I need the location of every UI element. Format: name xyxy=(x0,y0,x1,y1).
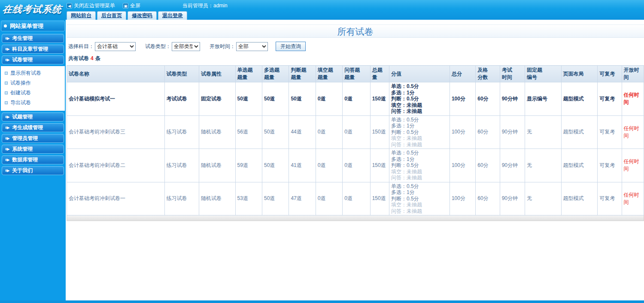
list-square-icon xyxy=(5,91,8,94)
cell-fill: 0道 xyxy=(316,182,342,215)
score-line: 问答：未抽题 xyxy=(391,108,448,115)
cell-judge: 41道 xyxy=(289,149,316,182)
menu-arrow-icon: ‖▶ xyxy=(5,58,9,62)
cell-judge: 47道 xyxy=(289,182,316,215)
cell-scores: 单选：0.5分多选：1分判断：0.5分填空：未抽题问答：未抽题 xyxy=(389,82,450,116)
cell-attr: 随机试卷 xyxy=(199,149,236,182)
paper-count: 4 xyxy=(91,55,94,61)
top-bar-links: ◀ 关闭左边管理菜单 ▣ 全屏 当前管理员：admin xyxy=(67,2,228,9)
subject-select[interactable]: 会计基础 xyxy=(95,42,136,51)
column-header-layout: 页面布局 xyxy=(561,66,598,82)
sidebar-item-label: 关于我们 xyxy=(12,167,33,174)
score-line: 填空：未抽题 xyxy=(391,102,448,109)
sidebar-item[interactable]: ‖▶科目及章节管理 xyxy=(2,45,64,54)
app-logo: 在线考试系统 xyxy=(2,3,67,16)
tab-网站前台[interactable]: 网站前台 xyxy=(67,11,96,20)
table-head: 试卷名称试卷类型试卷属性单选题 题量多选题 题量判断题 题量填空题 题量问答题 … xyxy=(67,66,644,82)
cell-multi: 50道 xyxy=(262,149,289,182)
summary-suffix: 条 xyxy=(95,55,100,61)
sidebar-item[interactable]: ‖▶考生管理 xyxy=(2,34,64,43)
submenu-item-label: 导出试卷 xyxy=(10,99,31,106)
sidebar-item[interactable]: ‖▶数据库管理 xyxy=(2,155,64,164)
page-title: 所有试卷 xyxy=(67,24,644,38)
menu-circle-icon xyxy=(4,24,7,27)
type-filter-label: 试卷类型： xyxy=(145,43,171,50)
sidebar-item[interactable]: ‖▶管理员管理 xyxy=(2,134,64,143)
table-row: 会计基础模拟考试一考试试卷固定试卷50道50道50道0道0道150道单选：0.5… xyxy=(67,82,644,116)
column-header-name: 试卷名称 xyxy=(67,66,165,82)
submenu-item[interactable]: 创建试卷 xyxy=(1,88,65,98)
cell-single: 56道 xyxy=(235,115,262,149)
close-left-menu-label: 关闭左边管理菜单 xyxy=(74,2,115,9)
search-button[interactable]: 开始查询 xyxy=(276,42,306,51)
sidebar-title-label: 网站菜单管理 xyxy=(10,22,43,30)
sidebar-item-label: 考生管理 xyxy=(12,35,33,42)
cell-multi: 50道 xyxy=(262,82,289,116)
cell-multi: 50道 xyxy=(262,115,289,149)
cell-layout: 题型模式 xyxy=(561,82,598,116)
sidebar-item[interactable]: ‖▶考生成绩管理 xyxy=(2,123,64,132)
top-tabs: 网站前台后台首页修改密码退出登录 xyxy=(67,11,187,20)
cell-name: 会计基础考前冲刺试卷二 xyxy=(67,149,165,182)
cell-retake: 可复考 xyxy=(598,182,622,215)
sidebar-item-label: 试题管理 xyxy=(12,113,33,121)
cell-qa: 0道 xyxy=(343,149,370,182)
cell-qa: 0道 xyxy=(343,82,370,116)
fullscreen-button[interactable]: ▣ 全屏 xyxy=(123,2,140,9)
sidebar-item-label: 科目及章节管理 xyxy=(12,45,48,53)
current-admin-label: 当前管理员：admin xyxy=(182,2,228,9)
score-line: 单选：0.5分 xyxy=(391,183,448,190)
cell-fill: 0道 xyxy=(316,149,342,182)
score-line: 问答：未抽题 xyxy=(391,175,448,181)
score-line: 填空：未抽题 xyxy=(391,135,448,142)
cell-pass_score: 60分 xyxy=(476,115,500,149)
sidebar-item-label: 试卷管理 xyxy=(12,56,33,64)
tab-后台首页[interactable]: 后台首页 xyxy=(97,11,126,20)
cell-total_score: 100分 xyxy=(450,82,475,116)
tab-修改密码[interactable]: 修改密码 xyxy=(128,11,157,20)
sidebar-item[interactable]: ‖▶关于我们 xyxy=(2,166,64,175)
sidebar-item-label: 系统管理 xyxy=(12,145,33,153)
cell-scores: 单选：0.5分多选：1分判断：0.5分填空：未抽题问答：未抽题 xyxy=(389,149,450,182)
menu-arrow-icon: ‖▶ xyxy=(5,169,9,173)
sidebar-item-label: 管理员管理 xyxy=(12,135,38,142)
cell-name: 会计基础考前冲刺试卷三 xyxy=(67,115,165,149)
cell-total_score: 100分 xyxy=(450,149,475,182)
fullscreen-icon: ▣ xyxy=(123,3,128,9)
cell-fixed_no: 无 xyxy=(525,149,562,182)
menu-arrow-icon: ‖▶ xyxy=(5,48,9,51)
cell-attr: 随机试卷 xyxy=(199,182,236,215)
submenu-item-label: 显示所有试卷 xyxy=(10,70,41,77)
submenu-item[interactable]: 试卷操作 xyxy=(1,78,65,88)
sidebar-item[interactable]: ‖▶试题管理 xyxy=(2,112,64,121)
cell-qa: 0道 xyxy=(343,182,370,215)
column-header-total_score: 总分 xyxy=(450,66,475,82)
cell-fixed_no: 无 xyxy=(525,182,562,215)
score-line: 单选：0.5分 xyxy=(391,150,448,156)
close-left-menu-button[interactable]: ◀ 关闭左边管理菜单 xyxy=(67,2,115,9)
cell-type: 考试试卷 xyxy=(164,82,199,116)
score-line: 问答：未抽题 xyxy=(391,208,448,215)
list-square-icon xyxy=(5,82,8,85)
sidebar-menu: ‖▶考生管理‖▶科目及章节管理‖▶试卷管理显示所有试卷试卷操作创建试卷导出试卷‖… xyxy=(1,34,65,175)
tab-退出登录[interactable]: 退出登录 xyxy=(158,11,187,20)
list-square-icon xyxy=(5,101,8,104)
paper-type-select[interactable]: 全部类型 xyxy=(172,42,200,51)
submenu-item[interactable]: 导出试卷 xyxy=(1,98,65,108)
score-line: 多选：1分 xyxy=(391,189,448,196)
open-time-select[interactable]: 全部 xyxy=(236,42,268,51)
sidebar-submenu: 显示所有试卷试卷操作创建试卷导出试卷 xyxy=(1,66,65,111)
cell-exam_time: 90分钟 xyxy=(500,149,525,182)
sidebar-item[interactable]: ‖▶系统管理 xyxy=(2,145,64,154)
summary-prefix: 共有试卷 xyxy=(68,55,89,61)
subject-filter-label: 选择科目： xyxy=(68,43,94,50)
cell-total: 150道 xyxy=(370,115,389,149)
score-line: 单选：0.5分 xyxy=(391,83,448,90)
cell-single: 50道 xyxy=(235,82,262,116)
top-bar: 在线考试系统 ◀ 关闭左边管理菜单 ▣ 全屏 当前管理员：admin 网站前台后… xyxy=(0,0,644,20)
cell-exam_time: 90分钟 xyxy=(500,82,525,116)
menu-arrow-icon: ‖▶ xyxy=(5,148,9,151)
score-line: 多选：1分 xyxy=(391,156,448,163)
submenu-item[interactable]: 显示所有试卷 xyxy=(1,68,65,78)
sidebar-item[interactable]: ‖▶试卷管理 xyxy=(2,55,64,64)
